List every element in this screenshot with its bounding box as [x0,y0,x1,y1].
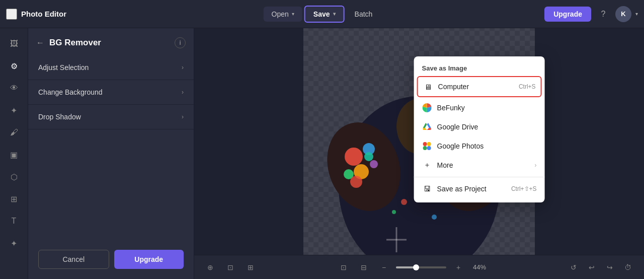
panel-actions: Cancel Upgrade [28,240,194,279]
project-icon: 🖫 [422,184,432,194]
zoom-in-icon[interactable]: + [450,259,466,275]
crop-icon[interactable]: ⊡ [222,259,238,275]
panel-title: BG Remover [49,38,170,48]
zoom-level: 44% [470,263,489,271]
svg-point-20 [392,210,396,214]
svg-point-7 [370,160,378,168]
svg-point-30 [423,142,427,146]
app-title: Photo Editor [21,10,66,18]
save-googlephotos-item[interactable]: Google Photos [414,136,545,156]
svg-marker-25 [423,123,427,128]
icon-bar: 🖼 ⚙ 👁 ✦ 🖌 ▣ ⬡ ⊞ T ✦ [0,28,28,279]
save-dropdown: Save as Image 🖥 Computer Ctrl+S [414,56,545,202]
adjustments-icon[interactable]: ⚙ [5,56,24,76]
open-chevron-icon: ▾ [292,11,294,17]
drop-shadow-item[interactable]: Drop Shadow › [28,105,194,129]
svg-point-18 [401,199,407,205]
save-chevron-icon: ▾ [333,11,336,17]
bg-chevron-icon: › [182,89,184,96]
undo-icon[interactable]: ↩ [584,259,600,275]
grid-icon[interactable]: ⊞ [243,259,259,275]
change-background-item[interactable]: Change Background › [28,80,194,105]
zoom-slider[interactable] [396,266,446,268]
shapes-icon[interactable]: ⬡ [5,167,24,186]
batch-button[interactable]: Batch [347,7,381,22]
text-icon[interactable]: T [5,212,24,231]
svg-point-9 [364,152,373,161]
help-icon[interactable]: ? [595,6,611,22]
plus-icon: ＋ [422,160,432,170]
svg-point-8 [350,176,362,188]
redo-icon[interactable]: ↪ [602,259,618,275]
back-button[interactable]: ← [36,38,44,47]
user-chevron-icon: ▾ [635,11,638,17]
paint-icon[interactable]: 🖌 [5,123,24,142]
frame-icon[interactable]: ▣ [5,145,24,164]
history-icon[interactable]: ⏱ [620,259,636,275]
eye-icon[interactable]: 👁 [5,79,24,98]
save-computer-item[interactable]: 🖥 Computer Ctrl+S [417,76,542,97]
canvas-area: Save as Image 🖥 Computer Ctrl+S [194,28,644,279]
open-button[interactable]: Open ▾ [264,7,302,22]
user-avatar[interactable]: K [615,6,631,22]
graphics-icon[interactable]: ✦ [5,234,24,253]
svg-point-33 [427,146,431,150]
fit-icon[interactable]: ⊡ [336,259,352,275]
dropdown-header: Save as Image [414,60,545,75]
upgrade-button[interactable]: Upgrade [544,7,591,22]
bottom-left-tools: ⊕ ⊡ ⊞ [202,259,259,275]
googledrive-icon [422,122,432,132]
image-icon[interactable]: 🖼 [5,34,24,53]
main-area: 🖼 ⚙ 👁 ✦ 🖌 ▣ ⬡ ⊞ T ✦ ← BG Remover i Adjus… [0,28,644,279]
topbar-center: Open ▾ Save ▾ Batch [264,6,381,23]
bottom-bar: ⊕ ⊡ ⊞ ⊡ ⊟ − + 44% ↺ ↩ ↪ ⏱ [194,255,644,279]
googlephotos-icon [422,141,432,151]
bottom-center-tools: ⊡ ⊟ − + 44% [336,259,489,275]
layers-icon[interactable]: ⊕ [202,259,218,275]
svg-point-31 [427,142,431,146]
save-befunky-item[interactable]: BeFunky [414,98,545,117]
crop-tool-icon[interactable]: ⊟ [356,259,372,275]
canvas-content: Save as Image 🖥 Computer Ctrl+S [194,28,644,255]
topbar: Photo Editor Open ▾ Save ▾ Batch Upgrade… [0,0,644,28]
adjust-selection-item[interactable]: Adjust Selection › [28,55,194,80]
save-googledrive-item[interactable]: Google Drive [414,117,545,136]
bottom-right-tools: ↺ ↩ ↪ ⏱ [566,259,636,275]
dropdown-divider [414,177,545,177]
zoom-out-icon[interactable]: − [376,259,392,275]
cancel-button[interactable]: Cancel [38,250,109,269]
info-button[interactable]: i [175,37,186,48]
svg-point-32 [423,146,427,150]
texture-icon[interactable]: ⊞ [5,189,24,208]
more-chevron-icon: › [535,162,537,169]
panel-upgrade-button[interactable]: Upgrade [114,250,184,269]
svg-marker-26 [423,128,427,130]
save-project-item[interactable]: 🖫 Save as Project Ctrl+⇧+S [414,179,545,198]
shadow-chevron-icon: › [182,113,184,120]
monitor-icon: 🖥 [423,82,433,92]
magic-icon[interactable]: ✦ [5,101,24,120]
befunky-icon [422,103,432,113]
svg-marker-27 [427,123,431,128]
topbar-right: Upgrade ? K ▾ [544,6,638,22]
save-more-item[interactable]: ＋ More › [414,156,545,175]
menu-icon[interactable] [6,9,17,20]
svg-point-19 [432,215,437,220]
refresh-icon[interactable]: ↺ [566,259,582,275]
save-button[interactable]: Save ▾ [304,6,345,23]
adjust-chevron-icon: › [182,64,184,71]
side-panel: ← BG Remover i Adjust Selection › Change… [28,28,194,279]
svg-point-3 [345,148,363,166]
panel-header: ← BG Remover i [28,28,194,55]
